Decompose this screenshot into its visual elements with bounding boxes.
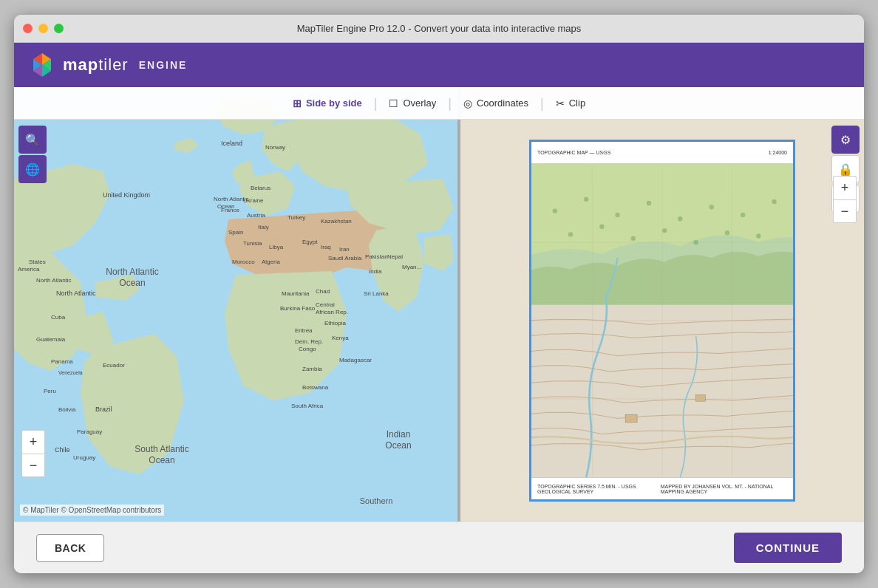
zoom-in-right[interactable]: +: [833, 176, 857, 199]
search-button[interactable]: 🔍: [18, 126, 47, 154]
svg-point-73: [772, 199, 776, 204]
svg-rect-88: [696, 395, 706, 401]
svg-point-69: [647, 201, 651, 205]
zoom-controls-left: + −: [21, 430, 45, 477]
svg-rect-87: [625, 414, 637, 423]
svg-point-79: [725, 230, 729, 235]
svg-text:Ocean: Ocean: [217, 203, 235, 210]
svg-text:Kazakhstan: Kazakhstan: [321, 218, 352, 225]
left-sidebar: 🔍 🌐: [14, 120, 51, 189]
svg-text:Central: Central: [316, 301, 335, 308]
svg-text:Egypt: Egypt: [302, 239, 318, 245]
svg-point-66: [553, 208, 557, 213]
svg-text:Austria: Austria: [247, 212, 265, 219]
clip-icon: ✂: [556, 98, 565, 109]
back-button[interactable]: BACK: [36, 534, 104, 562]
svg-text:Sri Lanka: Sri Lanka: [364, 290, 389, 297]
overlay-tab[interactable]: ☐ Overlay: [377, 92, 448, 115]
right-map[interactable]: TOPOGRAPHIC MAP — USGS 1:24000: [460, 87, 864, 522]
svg-point-67: [584, 197, 588, 202]
main-content: ⊞ Side by side | ☐ Overlay | ◎ Coordinat…: [14, 87, 864, 522]
logo-text: maptiler: [63, 55, 129, 75]
topo-header-text: TOPOGRAPHIC MAP — USGS: [537, 150, 610, 155]
svg-point-71: [709, 205, 714, 209]
svg-text:Italy: Italy: [258, 224, 269, 230]
svg-text:North Atlantic: North Atlantic: [36, 277, 72, 284]
logo-icon: [29, 52, 55, 78]
topo-body: [531, 164, 793, 477]
svg-text:North Atlantic: North Atlantic: [106, 267, 158, 277]
app-header: maptiler ENGINE: [14, 43, 864, 87]
minimize-button[interactable]: [38, 24, 48, 33]
map-toolbar: ⊞ Side by side | ☐ Overlay | ◎ Coordinat…: [14, 87, 864, 120]
side-by-side-icon: ⊞: [293, 98, 302, 109]
svg-text:Paraguay: Paraguay: [77, 428, 102, 435]
svg-point-77: [662, 228, 667, 233]
svg-text:Kenya: Kenya: [332, 335, 349, 341]
topo-footer-right: MAPPED BY JOHANSEN VOL. MT. - NATIONAL M…: [661, 484, 787, 494]
svg-text:Madagascar: Madagascar: [339, 357, 372, 363]
svg-text:Tunisia: Tunisia: [243, 240, 262, 247]
svg-text:Uruguay: Uruguay: [73, 454, 95, 461]
svg-text:Venezuela: Venezuela: [58, 370, 83, 375]
svg-text:Eritrea: Eritrea: [295, 327, 313, 334]
map-area: North Atlantic Ocean South Atlantic Ocea…: [14, 87, 864, 522]
svg-text:Congo: Congo: [299, 346, 316, 352]
svg-text:America: America: [18, 266, 40, 273]
lock-icon: 🔒: [838, 163, 853, 177]
svg-text:Ocean: Ocean: [385, 440, 411, 451]
topo-header-scale: 1:24000: [769, 150, 787, 155]
svg-text:Chile: Chile: [55, 446, 70, 454]
side-by-side-tab[interactable]: ⊞ Side by side: [281, 92, 374, 115]
zoom-in-left[interactable]: +: [21, 430, 45, 454]
svg-text:Guatemala: Guatemala: [36, 336, 66, 343]
close-button[interactable]: [23, 24, 33, 33]
svg-text:Burkina Faso: Burkina Faso: [280, 305, 316, 312]
svg-text:Spain: Spain: [228, 229, 243, 236]
svg-point-74: [568, 232, 573, 236]
svg-text:States: States: [29, 259, 46, 265]
clip-tab[interactable]: ✂ Clip: [544, 92, 597, 115]
topo-footer: TOPOGRAPHIC SERIES 7.5 MIN. - USGS GEOLO…: [531, 477, 793, 499]
settings-button[interactable]: ⚙: [831, 126, 860, 154]
svg-text:African Rep.: African Rep.: [316, 309, 348, 315]
coordinates-tab[interactable]: ◎ Coordinates: [452, 92, 540, 115]
window-title: MapTiler Engine Pro 12.0 - Convert your …: [297, 23, 582, 34]
zoom-out-left[interactable]: −: [21, 454, 45, 477]
svg-text:Libya: Libya: [269, 244, 284, 250]
globe-button[interactable]: 🌐: [18, 155, 47, 183]
svg-text:Dem. Rep.: Dem. Rep.: [295, 338, 323, 345]
svg-text:Cuba: Cuba: [51, 314, 66, 321]
svg-text:Iceland: Iceland: [221, 140, 242, 147]
gear-icon: ⚙: [840, 133, 851, 147]
svg-text:Nepal: Nepal: [387, 253, 403, 260]
svg-text:Pakistan: Pakistan: [365, 253, 388, 260]
svg-text:Peru: Peru: [44, 388, 56, 394]
zoom-out-right[interactable]: −: [833, 199, 857, 223]
svg-text:Saudi Arabia: Saudi Arabia: [328, 255, 362, 261]
zoom-controls-right: + −: [833, 176, 857, 223]
map-attribution: © MapTiler © OpenStreetMap contributors: [20, 505, 164, 516]
svg-point-70: [678, 216, 682, 221]
svg-point-68: [615, 213, 619, 217]
svg-text:Southern: Southern: [360, 496, 393, 505]
search-icon: 🔍: [25, 133, 40, 147]
continue-button[interactable]: CONTINUE: [734, 533, 842, 563]
svg-text:Morocco: Morocco: [232, 259, 255, 265]
svg-text:Ocean: Ocean: [119, 278, 145, 288]
svg-text:Ocean: Ocean: [149, 455, 174, 465]
svg-text:South Atlantic: South Atlantic: [135, 444, 188, 454]
overlay-icon: ☐: [389, 98, 398, 109]
svg-point-72: [741, 213, 745, 217]
footer-bar: BACK CONTINUE: [14, 522, 864, 573]
svg-point-80: [756, 233, 760, 238]
svg-text:Iran: Iran: [339, 246, 350, 253]
svg-text:Mauritania: Mauritania: [282, 290, 310, 297]
maximize-button[interactable]: [54, 24, 64, 33]
svg-text:Zambia: Zambia: [302, 366, 322, 372]
left-map[interactable]: North Atlantic Ocean South Atlantic Ocea…: [14, 87, 457, 522]
svg-text:Bolivia: Bolivia: [58, 406, 76, 413]
topo-footer-text: TOPOGRAPHIC SERIES 7.5 MIN. - USGS GEOLO…: [537, 484, 661, 494]
svg-text:United Kingdom: United Kingdom: [103, 191, 150, 199]
svg-text:India: India: [369, 268, 382, 275]
